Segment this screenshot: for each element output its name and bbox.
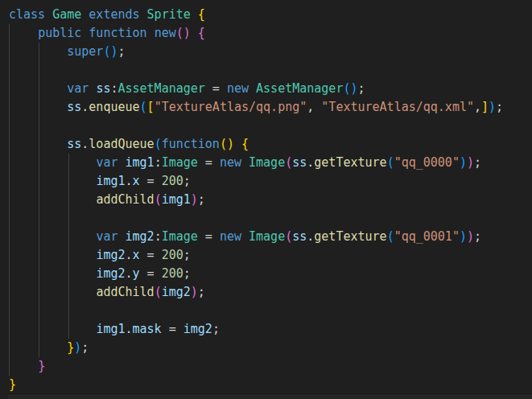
code-token	[118, 229, 125, 244]
code-token: 200	[162, 174, 184, 188]
code-token: var	[67, 81, 89, 96]
code-token	[9, 81, 67, 96]
code-token: .	[126, 322, 133, 336]
code-token: getTexture	[314, 155, 386, 170]
code-line[interactable]	[9, 61, 532, 80]
code-token: (	[387, 229, 394, 244]
code-token: =	[162, 322, 184, 336]
code-line[interactable]: img2.x = 200;	[9, 246, 532, 265]
code-line[interactable]: var img1:Image = new Image(ss.getTexture…	[9, 154, 532, 172]
code-token: ss	[292, 155, 307, 170]
code-token: ss	[292, 229, 307, 244]
code-line[interactable]: img2.y = 200;	[9, 265, 532, 283]
code-token: ;	[198, 192, 205, 207]
code-token: function	[162, 137, 220, 151]
code-token: )	[489, 100, 496, 114]
bottom-panel-edge	[8, 393, 532, 399]
code-token: super	[67, 44, 103, 59]
code-token: Image	[162, 155, 198, 170]
code-token	[81, 26, 89, 40]
code-token: "qq_0001"	[394, 229, 460, 244]
code-token	[191, 26, 198, 40]
code-line[interactable]: ss.loadQueue(function() {	[9, 135, 532, 154]
code-token	[9, 155, 96, 170]
code-line[interactable]: public function new() {	[9, 24, 532, 43]
code-token: (	[140, 100, 147, 114]
code-token: new	[227, 81, 249, 96]
code-token: .	[307, 229, 314, 244]
code-token: .	[81, 137, 89, 151]
code-token: img2	[184, 322, 212, 336]
code-token: (	[285, 229, 292, 244]
code-token: ;	[118, 44, 125, 59]
code-token: new	[155, 26, 176, 40]
code-token: :	[155, 229, 162, 244]
code-line[interactable]: }	[9, 376, 532, 394]
code-token: .	[126, 248, 133, 262]
code-token	[9, 322, 96, 336]
code-token: 200	[162, 248, 184, 262]
code-line[interactable]: class Game extends Sprite {	[9, 6, 532, 24]
code-token: ;	[474, 155, 481, 170]
code-token: img2	[126, 229, 155, 244]
code-token: ,	[307, 100, 321, 114]
code-token	[147, 26, 155, 40]
code-token: img1	[162, 192, 191, 207]
code-token: img2	[96, 248, 125, 262]
code-token	[9, 174, 96, 188]
code-token	[9, 248, 96, 262]
code-token: addChild	[96, 192, 154, 207]
code-line[interactable]: });	[9, 339, 532, 357]
code-token: )	[467, 229, 474, 244]
code-line[interactable]	[9, 302, 532, 320]
code-token: (	[155, 192, 162, 207]
code-token	[9, 137, 67, 151]
code-token	[9, 100, 67, 114]
code-line[interactable]: var ss:AssetManager = new AssetManager()…	[9, 80, 532, 98]
code-token: (	[387, 155, 394, 170]
code-line[interactable]: super();	[9, 43, 532, 61]
code-line[interactable]: var img2:Image = new Image(ss.getTexture…	[9, 228, 532, 246]
code-token	[140, 7, 147, 22]
code-line[interactable]: img1.x = 200;	[9, 172, 532, 191]
code-token: ;	[358, 81, 365, 96]
code-token	[191, 7, 198, 22]
code-line[interactable]	[9, 117, 532, 135]
code-token: ()	[103, 44, 118, 59]
code-token: "qq_0000"	[394, 155, 460, 170]
code-token: =	[140, 174, 162, 188]
code-token: .	[307, 155, 314, 170]
code-token: addChild	[96, 285, 154, 299]
code-line[interactable]: img1.mask = img2;	[9, 320, 532, 339]
code-token: getTexture	[314, 229, 386, 244]
code-token	[9, 229, 96, 244]
code-line[interactable]: addChild(img1);	[9, 191, 532, 209]
code-token: Sprite	[147, 7, 191, 22]
code-token	[249, 81, 256, 96]
code-token: (	[285, 155, 292, 170]
code-line[interactable]: ss.enqueue(["TextureAtlas/qq.png", "Text…	[9, 98, 532, 117]
code-line[interactable]: addChild(img2);	[9, 283, 532, 302]
code-line[interactable]	[9, 209, 532, 228]
code-token: .	[126, 266, 133, 281]
code-token: img2	[96, 266, 125, 281]
code-token	[9, 192, 96, 207]
code-token: )	[191, 285, 198, 299]
code-token: {	[198, 26, 205, 40]
code-token: img1	[96, 174, 125, 188]
code-token: =	[140, 266, 162, 281]
code-token: {	[241, 137, 249, 151]
code-editor[interactable]: class Game extends Sprite { public funct…	[0, 0, 532, 399]
code-token: ()	[343, 81, 357, 96]
code-area[interactable]: class Game extends Sprite { public funct…	[9, 6, 532, 394]
code-token: new	[220, 229, 241, 244]
code-token	[81, 7, 89, 22]
code-token: )	[191, 192, 198, 207]
code-token: img1	[96, 322, 125, 336]
code-line[interactable]: }	[9, 357, 532, 376]
code-token: =	[198, 155, 220, 170]
code-token: x	[133, 248, 140, 262]
code-token: )	[460, 229, 467, 244]
code-token	[9, 340, 67, 355]
code-token: enqueue	[89, 100, 139, 114]
